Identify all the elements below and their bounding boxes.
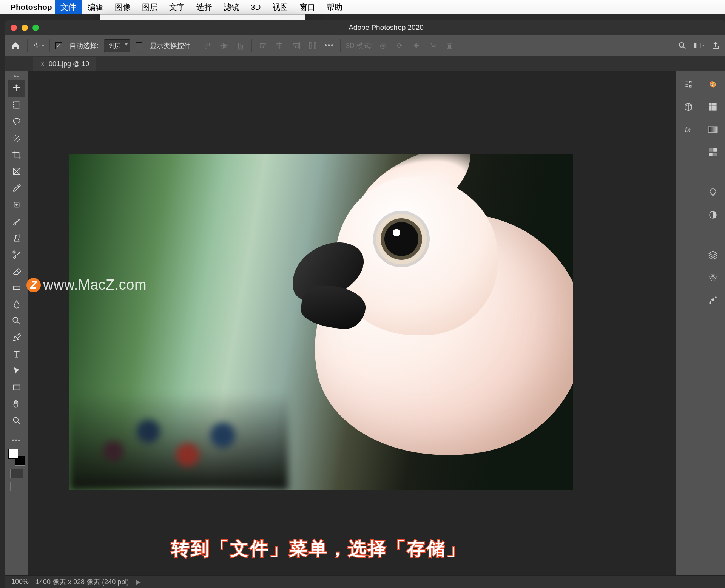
svg-rect-32 (712, 299, 713, 301)
quickmask-button[interactable] (10, 482, 23, 491)
eyedropper-tool[interactable] (8, 180, 25, 196)
show-transform-checkbox[interactable] (136, 42, 142, 49)
hand-tool[interactable] (8, 396, 25, 412)
3d-panel-icon[interactable] (682, 100, 695, 113)
patterns-panel-icon[interactable] (706, 146, 719, 159)
document-info[interactable]: 1400 像素 x 928 像素 (240 ppi) (35, 577, 129, 586)
paths-panel-icon[interactable] (706, 294, 719, 307)
gradients-panel-icon[interactable] (706, 123, 719, 136)
channels-panel-icon[interactable] (706, 271, 719, 284)
eraser-tool[interactable] (8, 263, 25, 279)
maximize-window-icon[interactable] (32, 25, 39, 31)
color-panel-icon[interactable]: 🎨 (706, 78, 719, 91)
zoom-level[interactable]: 100% (11, 578, 29, 586)
align-right-icon[interactable] (290, 40, 302, 51)
align-bottom-icon[interactable] (235, 40, 246, 51)
align-hcenter-icon[interactable] (274, 40, 285, 51)
menu-type[interactable]: 文字 (164, 0, 190, 14)
svg-rect-10 (13, 385, 20, 390)
align-vcenter-icon[interactable] (218, 40, 230, 51)
close-window-icon[interactable] (11, 25, 17, 31)
frame-tool[interactable] (8, 163, 25, 180)
more-align-icon[interactable]: ••• (324, 40, 335, 51)
svg-rect-22 (709, 148, 713, 152)
move-tool[interactable] (8, 80, 25, 97)
move-tool-icon[interactable]: ▾ (33, 40, 44, 51)
history-brush-tool[interactable] (8, 246, 25, 263)
auto-select-checkbox[interactable]: ✓ (55, 42, 62, 49)
properties-panel-icon[interactable] (682, 78, 695, 91)
screen-mode-button[interactable] (10, 469, 23, 478)
menu-image[interactable]: 图像 (110, 0, 136, 14)
document-tab[interactable]: ✕ 001.jpg @ 10 (33, 57, 96, 71)
dodge-tool[interactable] (8, 313, 25, 329)
adjustments-panel-icon[interactable] (706, 208, 719, 221)
menu-view[interactable]: 视图 (267, 0, 293, 14)
menu-file[interactable]: 文件 (55, 0, 82, 14)
learn-panel-icon[interactable] (706, 186, 719, 199)
panel-strip-1[interactable]: fx▪ (676, 71, 700, 575)
path-selection-tool[interactable] (8, 363, 25, 379)
annotation-caption: 转到「文件」菜单，选择「存储」 (171, 537, 466, 561)
rectangle-tool[interactable] (8, 379, 25, 396)
svg-rect-25 (713, 153, 717, 156)
brush-tool[interactable] (8, 213, 25, 230)
type-tool[interactable] (8, 346, 25, 363)
right-panels: fx▪ 🎨 (676, 71, 725, 575)
foreground-background-color[interactable] (8, 449, 25, 466)
lasso-tool[interactable] (8, 113, 25, 130)
rectangular-marquee-tool[interactable] (8, 97, 25, 113)
pen-tool[interactable] (8, 329, 25, 346)
menu-help[interactable]: 帮助 (321, 0, 348, 14)
menu-3d[interactable]: 3D (245, 0, 266, 14)
3d-slide-icon[interactable]: ⇲ (427, 40, 438, 51)
tools-toolbar[interactable]: ▸▸ ••• (5, 71, 28, 575)
libraries-panel-icon[interactable]: fx▪ (682, 123, 695, 136)
menu-edit[interactable]: 编辑 (82, 0, 109, 14)
svg-rect-13 (711, 103, 714, 105)
align-left-icon[interactable] (257, 40, 268, 51)
swatches-panel-icon[interactable] (706, 100, 719, 113)
document-canvas[interactable] (69, 154, 573, 490)
svg-rect-19 (711, 108, 714, 111)
healing-brush-tool[interactable] (8, 196, 25, 213)
3d-pan-icon[interactable]: ✥ (410, 40, 422, 51)
close-tab-icon[interactable]: ✕ (40, 61, 45, 68)
window-title: Adobe Photoshop 2020 (47, 23, 725, 32)
canvas-area[interactable] (28, 71, 676, 575)
3d-orbit-icon[interactable]: ◎ (377, 40, 389, 51)
svg-rect-2 (694, 43, 696, 48)
menu-window[interactable]: 窗口 (294, 0, 321, 14)
3d-roll-icon[interactable]: ⟳ (394, 40, 405, 51)
search-icon[interactable] (677, 40, 688, 51)
svg-rect-21 (708, 127, 717, 132)
gradient-tool[interactable] (8, 279, 25, 296)
auto-select-target-select[interactable]: 图层 (104, 39, 130, 52)
toolbar-collapse-icon[interactable]: ▸▸ (14, 73, 19, 79)
menu-filter[interactable]: 滤镜 (218, 0, 245, 14)
watermark: Z www.MacZ.com (26, 277, 147, 293)
image-subject-bird (279, 162, 573, 471)
status-arrow-icon[interactable]: ▶ (136, 578, 141, 586)
macos-menubar[interactable]: Photoshop 文件 编辑 图像 图层 文字 选择 滤镜 3D 视图 窗口 … (0, 0, 725, 14)
3d-camera-icon[interactable]: ▣ (444, 40, 455, 51)
distribute-icon[interactable] (307, 40, 318, 51)
magic-wand-tool[interactable] (8, 130, 25, 147)
share-icon[interactable] (710, 40, 721, 51)
workspace-switcher-icon[interactable]: ▾ (693, 40, 705, 51)
layers-panel-icon[interactable] (706, 248, 719, 261)
zoom-tool[interactable] (8, 412, 25, 429)
minimize-window-icon[interactable] (22, 25, 28, 31)
menu-select[interactable]: 选择 (191, 0, 218, 14)
crop-tool[interactable] (8, 147, 25, 163)
panel-strip-2[interactable]: 🎨 (700, 71, 725, 575)
clone-stamp-tool[interactable] (8, 230, 25, 246)
svg-rect-14 (714, 103, 716, 105)
edit-toolbar-icon[interactable]: ••• (8, 435, 25, 445)
align-top-icon[interactable] (202, 40, 213, 51)
menu-layer[interactable]: 图层 (137, 0, 163, 14)
home-button[interactable] (9, 39, 22, 52)
app-name[interactable]: Photoshop (11, 3, 52, 12)
window-controls[interactable] (11, 25, 39, 31)
blur-tool[interactable] (8, 296, 25, 313)
